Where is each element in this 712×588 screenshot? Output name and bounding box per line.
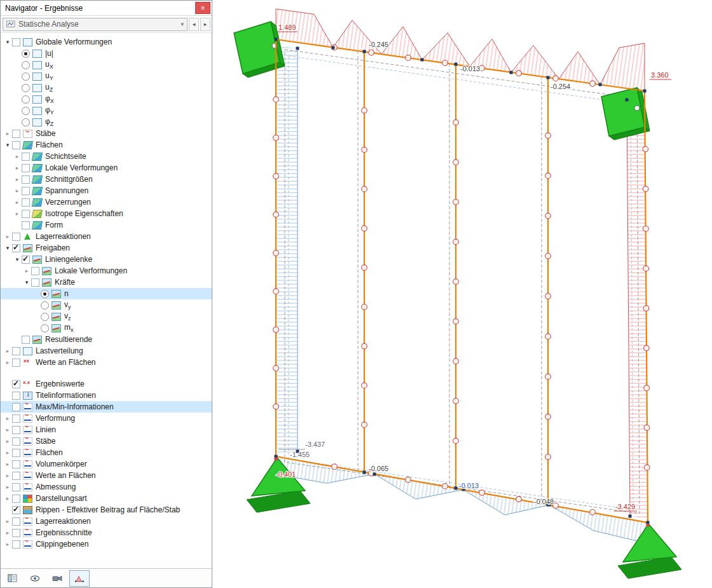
tab-data[interactable]: [3, 570, 23, 587]
tree-item-ergebnisschnitte[interactable]: ▸Ergebnisschnitte: [1, 527, 212, 538]
expand-icon[interactable]: ▸: [3, 348, 12, 354]
expand-icon[interactable]: ▸: [3, 359, 12, 366]
checkbox[interactable]: [12, 359, 20, 367]
expand-icon[interactable]: ▸: [13, 153, 22, 160]
tree-item-linien[interactable]: ▸Linien: [1, 424, 212, 435]
checkbox[interactable]: [31, 267, 39, 275]
expand-icon[interactable]: ▸: [3, 530, 12, 536]
tree-item-max-min-informationen[interactable]: Max/Min-Informationen: [1, 401, 212, 413]
checkbox[interactable]: [12, 130, 20, 138]
tree-item-fl-chen[interactable]: ▸Flächen: [1, 447, 212, 458]
checkbox[interactable]: [12, 506, 20, 514]
tree-item-n[interactable]: n: [1, 288, 212, 299]
tab-display[interactable]: [25, 570, 45, 587]
checkbox[interactable]: [22, 221, 30, 229]
checkbox[interactable]: [12, 426, 20, 434]
collapse-icon[interactable]: ▾: [3, 39, 12, 45]
collapse-icon[interactable]: ▾: [13, 256, 22, 263]
radio-button[interactable]: [41, 290, 49, 298]
line-hinges[interactable]: [276, 39, 648, 523]
tree-item-lagerreaktionen[interactable]: ▸Lagerreaktionen: [1, 516, 212, 527]
collapse-icon[interactable]: ▾: [3, 142, 12, 148]
checkbox[interactable]: [12, 540, 20, 549]
checkbox[interactable]: [22, 336, 30, 344]
expand-icon[interactable]: ▸: [13, 176, 22, 182]
tree-item-y[interactable]: φY: [1, 105, 212, 116]
tree-item-clippingebenen[interactable]: ▸Clippingebenen: [1, 538, 212, 550]
checkbox[interactable]: [12, 472, 20, 480]
expand-icon[interactable]: ▸: [3, 484, 12, 490]
radio-button[interactable]: [41, 301, 49, 310]
radio-button[interactable]: [22, 107, 30, 115]
checkbox[interactable]: [22, 187, 30, 195]
expand-icon[interactable]: ▸: [13, 199, 22, 205]
expand-icon[interactable]: ▸: [3, 495, 12, 502]
checkbox[interactable]: [22, 256, 30, 264]
expand-icon[interactable]: ▸: [3, 438, 12, 444]
tree-item-ux[interactable]: uX: [1, 59, 212, 71]
expand-icon[interactable]: ▸: [22, 268, 31, 274]
radio-button[interactable]: [22, 118, 30, 126]
checkbox[interactable]: [12, 517, 20, 526]
radio-button[interactable]: [41, 313, 49, 321]
checkbox[interactable]: [22, 210, 30, 218]
expand-icon[interactable]: ▸: [3, 472, 12, 479]
tree-item-|u|[interactable]: |u|: [1, 48, 212, 59]
analysis-type-dropdown[interactable]: Statische Analyse ▾: [3, 18, 188, 31]
expand-icon[interactable]: ▸: [3, 541, 12, 547]
checkbox[interactable]: [12, 38, 20, 46]
tree-item-werte-an-fl-chen[interactable]: ▸Werte an Flächen: [1, 357, 212, 368]
tree-item-verformung[interactable]: ▸Verformung: [1, 413, 212, 424]
tree-item-uz[interactable]: uZ: [1, 82, 212, 93]
model-canvas[interactable]: 1.489-0.245-0.013-0.2543.360-3.437-1.455…: [212, 0, 712, 588]
collapse-icon[interactable]: ▾: [22, 279, 31, 285]
tree-item-z[interactable]: φZ: [1, 116, 212, 128]
tree-item-resultierende[interactable]: Resultierende: [1, 334, 212, 345]
tree-item-lagerreaktionen[interactable]: ▸Lagerreaktionen: [1, 231, 212, 242]
tree-item-werte-an-fl-chen[interactable]: ▸Werte an Flächen: [1, 470, 212, 481]
checkbox[interactable]: [12, 392, 20, 400]
checkbox[interactable]: [12, 244, 20, 252]
checkbox[interactable]: [12, 380, 20, 388]
checkbox[interactable]: [12, 347, 20, 355]
checkbox[interactable]: [12, 233, 20, 241]
tree-item-titelinformationen[interactable]: Titelinformationen: [1, 390, 212, 401]
expand-icon[interactable]: ▸: [3, 415, 12, 421]
expand-icon[interactable]: ▸: [3, 427, 12, 433]
checkbox[interactable]: [22, 153, 30, 161]
tree-item-form[interactable]: Form: [1, 219, 212, 231]
tree-item-ergebniswerte[interactable]: Ergebniswerte: [1, 378, 212, 390]
tree-item-lastverteilung[interactable]: ▸Lastverteilung: [1, 345, 212, 357]
checkbox[interactable]: [22, 164, 30, 172]
tree-item-kr-fte[interactable]: ▾Kräfte: [1, 277, 212, 288]
tree-item-x[interactable]: φX: [1, 93, 212, 105]
tree-item-abmessung[interactable]: ▸Abmessung: [1, 481, 212, 493]
tree-item-mx[interactable]: mx: [1, 322, 212, 334]
tree-item-schichtseite[interactable]: ▸Schichtseite: [1, 151, 212, 162]
expand-icon[interactable]: ▸: [13, 165, 22, 171]
checkbox[interactable]: [22, 198, 30, 207]
checkbox[interactable]: [12, 437, 20, 446]
expand-icon[interactable]: ▸: [13, 210, 22, 217]
checkbox[interactable]: [12, 449, 20, 457]
expand-icon[interactable]: ▸: [13, 188, 22, 194]
expand-icon[interactable]: ▸: [3, 518, 12, 524]
tree-item-lokale-verformungen[interactable]: ▸Lokale Verformungen: [1, 265, 212, 277]
collapse-icon[interactable]: ▾: [3, 245, 12, 251]
close-icon[interactable]: ×: [195, 2, 210, 14]
tree-item-schnittgr-en[interactable]: ▸Schnittgrößen: [1, 174, 212, 185]
checkbox[interactable]: [31, 278, 39, 287]
tree-item-st-be[interactable]: ▸Stäbe: [1, 435, 212, 447]
tree-item-vy[interactable]: vy: [1, 299, 212, 311]
expand-icon[interactable]: ▸: [3, 233, 12, 240]
expand-icon[interactable]: ▸: [3, 130, 12, 137]
checkbox[interactable]: [12, 483, 20, 491]
tree-item-uy[interactable]: uY: [1, 71, 212, 82]
tab-results[interactable]: [69, 570, 90, 587]
support-wall-right[interactable]: [601, 88, 650, 140]
tree-item-darstellungsart[interactable]: ▸Darstellungsart: [1, 493, 212, 504]
checkbox[interactable]: [22, 175, 30, 184]
tree-item-isotrope-eigenschaften[interactable]: ▸Isotrope Eigenschaften: [1, 208, 212, 219]
tree-item-fl-chen[interactable]: ▾Flächen: [1, 139, 212, 151]
radio-button[interactable]: [22, 61, 30, 69]
